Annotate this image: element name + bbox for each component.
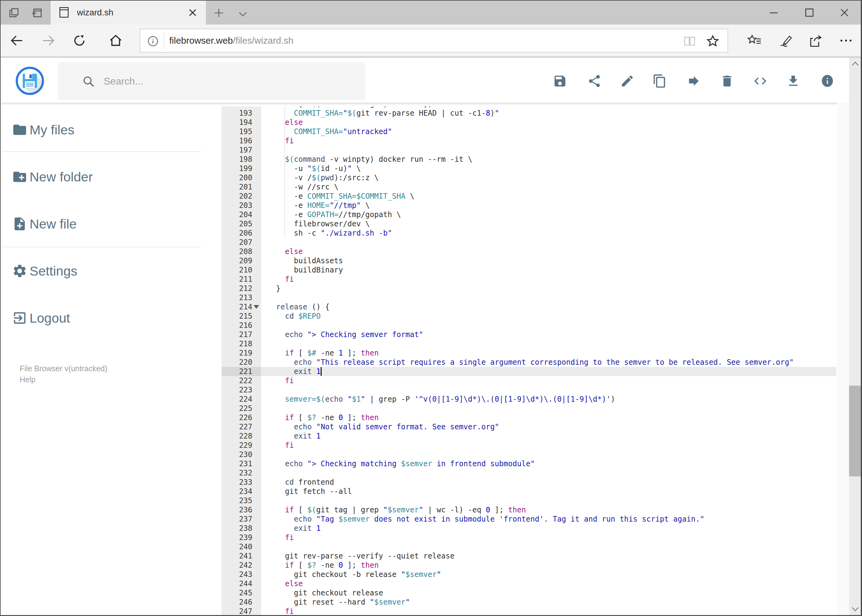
browser-window: wizard.sh <box>0 0 862 616</box>
line-number: 244 <box>222 579 252 588</box>
code-editor[interactable]: 1921931941951961971981992002012022032042… <box>203 107 837 616</box>
back-arrow-icon <box>9 35 24 47</box>
search-input[interactable] <box>104 75 350 87</box>
code-line: cd $REPO <box>276 311 321 321</box>
line-number: 229 <box>222 441 252 450</box>
arrow-forward-icon <box>687 74 701 88</box>
code-line: -e HOME="//tmp" \ <box>276 201 370 210</box>
tab-close-button[interactable] <box>185 5 200 20</box>
home-button[interactable] <box>107 33 124 49</box>
line-number: 228 <box>222 432 252 441</box>
code-line: sh -c "./wizard.sh -b" <box>276 228 392 238</box>
code-line: echo "> Checking matching $semver in fro… <box>276 459 535 468</box>
info-icon <box>821 73 834 89</box>
sidebar-item-label: Logout <box>30 311 70 326</box>
url-bar[interactable]: filebrowser.web/files/wizard.sh <box>140 28 728 53</box>
code-line: $(command -v winpty) docker run --rm -it… <box>276 155 473 164</box>
info-button[interactable] <box>819 73 835 89</box>
fold-arrow-icon[interactable] <box>254 305 259 309</box>
sidebar-item-new-file[interactable]: New file <box>1 207 202 241</box>
address-bar-row: filebrowser.web/files/wizard.sh <box>1 25 861 57</box>
share-nodes-icon <box>587 74 602 88</box>
set-tabs-aside-button[interactable] <box>7 6 21 20</box>
tabs-aside-icon <box>8 7 20 19</box>
sidebar-item-new-folder[interactable]: New folder <box>1 160 202 194</box>
gear-icon <box>12 263 27 279</box>
code-line: cd frontend <box>276 478 334 487</box>
line-number: 219 <box>222 349 252 358</box>
line-number: 209 <box>222 256 252 266</box>
annotate-button[interactable] <box>776 33 794 49</box>
site-info-button[interactable] <box>146 34 160 48</box>
rename-button[interactable] <box>619 73 635 89</box>
scrollbar-thumb[interactable] <box>849 386 861 476</box>
line-number: 194 <box>222 118 252 127</box>
code-line: -w //src \ <box>276 182 339 192</box>
reading-view-button[interactable] <box>682 34 697 48</box>
line-number: 197 <box>222 146 252 155</box>
app-logo[interactable] <box>16 67 44 95</box>
download-button[interactable] <box>785 73 801 89</box>
page-scrollbar[interactable] <box>849 58 861 616</box>
add-favorite-button[interactable] <box>705 33 721 49</box>
code-line: if [ $? -ne 0 ]; then <box>276 561 379 570</box>
maximize-button[interactable] <box>800 5 819 20</box>
refresh-button[interactable] <box>71 33 88 48</box>
tab-list-button[interactable] <box>236 8 250 20</box>
line-number: 199 <box>222 164 252 173</box>
new-tab-button[interactable] <box>212 6 226 20</box>
minimize-button[interactable] <box>764 5 783 20</box>
copy-button[interactable] <box>651 73 668 89</box>
delete-button[interactable] <box>719 73 735 89</box>
favorites-hub-button[interactable] <box>745 33 763 49</box>
code-line: fi <box>276 607 294 616</box>
help-link[interactable]: Help <box>20 375 35 384</box>
save-icon <box>553 74 567 88</box>
book-icon <box>683 35 696 47</box>
search-bar[interactable] <box>58 63 365 100</box>
view-source-button[interactable] <box>752 73 768 89</box>
line-number: 240 <box>222 542 252 552</box>
share-file-button[interactable] <box>586 73 602 89</box>
plus-icon <box>213 7 224 19</box>
url-path: /files/wizard.sh <box>233 35 293 46</box>
chevron-down-icon <box>238 9 248 19</box>
home-icon <box>109 33 123 48</box>
line-number: 217 <box>222 330 252 339</box>
line-number: 205 <box>222 219 252 228</box>
ellipsis-icon <box>838 33 853 48</box>
save-button[interactable] <box>552 73 568 89</box>
code-line: exit 1 <box>276 367 321 376</box>
document-icon <box>58 6 69 19</box>
line-number: 214 <box>222 302 252 311</box>
sidebar-item-label: My files <box>30 123 74 137</box>
line-number: 246 <box>222 597 252 607</box>
line-number: 220 <box>222 358 252 367</box>
code-line: COMMIT_SHA="untracked" <box>276 127 392 136</box>
scroll-down-icon[interactable] <box>851 607 859 612</box>
share-button[interactable] <box>807 33 825 49</box>
sidebar-item-label: New folder <box>30 170 93 184</box>
code-line: -u "$(id -u)" \ <box>276 164 361 173</box>
move-button[interactable] <box>686 73 702 89</box>
more-menu-button[interactable] <box>837 33 855 49</box>
trash-icon <box>720 74 734 88</box>
code-line: git fetch --all <box>276 487 352 496</box>
line-number: 208 <box>222 247 252 256</box>
code-line: filebrowser/dev \ <box>276 219 370 228</box>
sidebar-item-settings[interactable]: Settings <box>1 254 202 288</box>
tab-preview-button[interactable] <box>30 6 44 20</box>
sidebar-item-logout[interactable]: Logout <box>1 301 202 335</box>
code-line: if [ "$(command -v git)" != "" ]; then <box>276 107 455 108</box>
tab-wizard-sh[interactable]: wizard.sh <box>50 1 206 25</box>
code-line: if [ $(git tag | grep "$semver" | wc -l)… <box>276 505 526 514</box>
forward-button[interactable] <box>40 33 57 48</box>
sidebar-item-my-files[interactable]: My files <box>1 113 202 147</box>
code-line: git checkout release <box>276 588 383 597</box>
line-number: 241 <box>222 552 252 561</box>
scroll-up-icon[interactable] <box>851 61 859 66</box>
close-window-button[interactable] <box>835 5 854 20</box>
back-button[interactable] <box>8 33 25 48</box>
minimize-icon <box>768 7 780 19</box>
logout-icon <box>12 310 27 326</box>
